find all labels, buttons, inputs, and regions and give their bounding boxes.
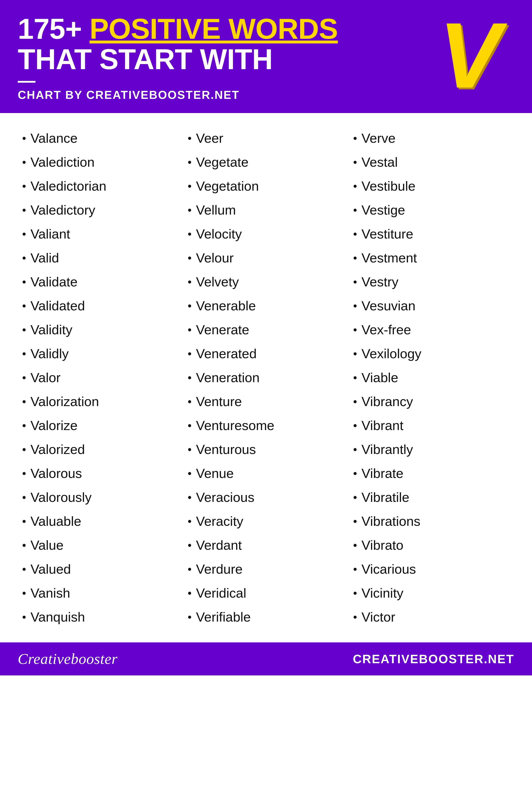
word-grid: ValanceValedictionValedictorianValedicto…: [18, 126, 514, 629]
list-item: Vibratile: [353, 486, 510, 509]
list-item: Vanquish: [22, 605, 179, 629]
list-item: Verve: [353, 126, 510, 150]
list-item: Vex-free: [353, 318, 510, 342]
content-area: ValanceValedictionValedictorianValedicto…: [0, 113, 532, 642]
list-item: Valedictorian: [22, 174, 179, 198]
list-item: Venture: [188, 390, 344, 414]
list-item: Vellum: [188, 198, 344, 222]
list-item: Valorously: [22, 486, 179, 509]
list-item: Veneration: [188, 366, 344, 390]
list-item: Vicinity: [353, 581, 510, 605]
header-divider: [18, 81, 36, 83]
list-item: Viable: [353, 366, 510, 390]
list-item: Venerated: [188, 342, 344, 366]
list-item: Victor: [353, 605, 510, 629]
list-item: Velocity: [188, 222, 344, 246]
list-item: Vesuvian: [353, 294, 510, 318]
list-item: Valorization: [22, 390, 179, 414]
list-item: Venturesome: [188, 414, 344, 438]
list-item: Vibrant: [353, 414, 510, 438]
list-item: Validated: [22, 294, 179, 318]
list-item: Validly: [22, 342, 179, 366]
list-item: Vibrations: [353, 509, 510, 533]
list-item: Vibrato: [353, 533, 510, 557]
list-item: Verdant: [188, 533, 344, 557]
list-item: Velvety: [188, 270, 344, 294]
list-item: Velour: [188, 246, 344, 270]
header: 175+ POSITIVE WORDS THAT START WITH CHAR…: [0, 0, 532, 113]
list-item: Valediction: [22, 150, 179, 174]
list-item: Venue: [188, 461, 344, 486]
header-subtitle: CHART BY CREATIVEBOOSTER.NET: [18, 88, 439, 101]
list-item: Veridical: [188, 581, 344, 605]
header-text: 175+ POSITIVE WORDS THAT START WITH CHAR…: [18, 14, 439, 101]
list-item: Vibrate: [353, 461, 510, 486]
list-item: Valorize: [22, 414, 179, 438]
big-letter-v: V: [439, 9, 501, 102]
list-item: Vestige: [353, 198, 510, 222]
list-item: Veer: [188, 126, 344, 150]
list-item: Valid: [22, 246, 179, 270]
list-item: Verifiable: [188, 605, 344, 629]
list-item: Vicarious: [353, 557, 510, 581]
footer: Creativebooster CREATIVEBOOSTER.NET: [0, 642, 532, 676]
word-column-2: VeerVegetateVegetationVellumVelocityVelo…: [183, 126, 349, 629]
list-item: Valance: [22, 126, 179, 150]
list-item: Vestry: [353, 270, 510, 294]
list-item: Venerate: [188, 318, 344, 342]
list-item: Venturous: [188, 438, 344, 461]
list-item: Valor: [22, 366, 179, 390]
list-item: Valuable: [22, 509, 179, 533]
list-item: Valiant: [22, 222, 179, 246]
header-title-line1: 175+ POSITIVE WORDS: [18, 14, 439, 44]
footer-url: CREATIVEBOOSTER.NET: [353, 652, 514, 666]
list-item: Vestibule: [353, 174, 510, 198]
list-item: Valued: [22, 557, 179, 581]
list-item: Vestment: [353, 246, 510, 270]
list-item: Vexilology: [353, 342, 510, 366]
list-item: Vanish: [22, 581, 179, 605]
list-item: Vibrantly: [353, 438, 510, 461]
list-item: Vibrancy: [353, 390, 510, 414]
title-highlighted: POSITIVE WORDS: [90, 13, 338, 45]
list-item: Veracious: [188, 486, 344, 509]
word-column-3: VerveVestalVestibuleVestigeVestitureVest…: [349, 126, 514, 629]
list-item: Vegetate: [188, 150, 344, 174]
footer-logo: Creativebooster: [18, 650, 118, 668]
header-title-line2: THAT START WITH: [18, 44, 439, 75]
list-item: Valorized: [22, 438, 179, 461]
list-item: Valedictory: [22, 198, 179, 222]
word-column-1: ValanceValedictionValedictorianValedicto…: [18, 126, 183, 629]
list-item: Verdure: [188, 557, 344, 581]
list-item: Validity: [22, 318, 179, 342]
list-item: Valorous: [22, 461, 179, 486]
title-number: 175+: [18, 13, 90, 45]
list-item: Vestiture: [353, 222, 510, 246]
list-item: Value: [22, 533, 179, 557]
list-item: Veracity: [188, 509, 344, 533]
list-item: Vestal: [353, 150, 510, 174]
list-item: Venerable: [188, 294, 344, 318]
list-item: Validate: [22, 270, 179, 294]
list-item: Vegetation: [188, 174, 344, 198]
